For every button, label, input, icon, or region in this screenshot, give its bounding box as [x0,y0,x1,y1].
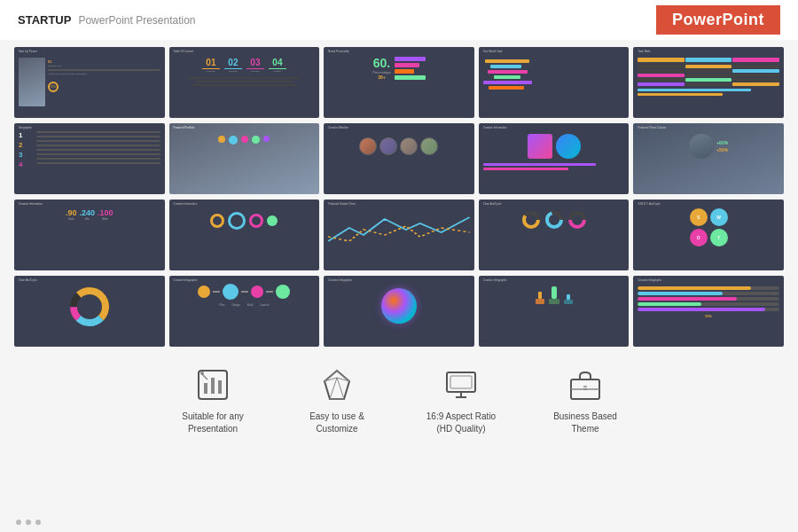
slide-2-4[interactable]: Creative Informatics [479,123,630,194]
brand-name: STARTUP [18,13,71,27]
svg-line-18 [337,378,344,399]
svg-point-14 [200,372,204,375]
svg-rect-23 [450,376,472,388]
slide-1-1[interactable]: Start Up Picture 01 Company Info Lorem i… [14,47,165,118]
diamond-icon [317,364,357,405]
slides-container: Start Up Picture 01 Company Info Lorem i… [0,40,798,352]
feature-hd: 16:9 Aspect Ratio (HD Quality) [421,364,501,435]
slide-4-4[interactable]: Creative Infographic [479,276,630,347]
donut-2 [544,210,564,230]
slide-1-4[interactable]: One Month Task [479,47,630,118]
feature-hd-label: 16:9 Aspect Ratio (HD Quality) [421,411,501,435]
slide-4-2[interactable]: Creative Infographic Plan Design Build [169,276,320,347]
feature-business: Business Based Theme [545,364,625,435]
chart-icon [192,364,233,405]
donut-3 [567,210,587,230]
slide-4-1[interactable]: Chart Arc/Cycle [14,276,165,347]
slide-3-4[interactable]: Chart Arc/Cycle [479,200,630,270]
slide-4-3[interactable]: Creative Infographic [324,276,474,347]
dots-row [16,520,41,525]
briefcase-icon [565,364,606,405]
donut-1 [521,210,541,230]
slide-1-3[interactable]: Brand Personality 60. Percentage 38+ [324,47,474,118]
slides-row-4: Chart Arc/Cycle Creative Infographic [14,276,784,347]
svg-marker-15 [325,371,349,399]
svg-marker-16 [325,371,349,381]
slide-2-2[interactable]: Featured Portfolio [169,123,320,194]
svg-rect-13 [218,380,222,394]
dot-1 [16,520,21,525]
features-bar: Suitable for any Presentation Easy to us… [0,352,798,444]
powerpoint-badge: PowerPoint [656,5,780,35]
header: STARTUP PowerPoint Presentation PowerPoi… [0,0,798,40]
feature-customize-label: Easy to use & Customize [297,411,377,435]
slides-row-3: Creative Informatics .90Data .240Info .1… [14,200,784,270]
monitor-icon [441,364,481,405]
header-left: STARTUP PowerPoint Presentation [18,13,196,27]
slide-2-3[interactable]: Creative Member [324,123,474,194]
svg-rect-11 [204,383,207,394]
main-wrapper: STARTUP PowerPoint Presentation PowerPoi… [0,0,798,532]
svg-rect-12 [211,378,215,394]
feature-customize: Easy to use & Customize [297,364,377,435]
slide-2-5[interactable]: Featured Three Column +60% +50% [633,123,784,194]
slide-3-5[interactable]: S.W.O.T. Arc/Cycle S W O T [633,200,784,270]
line-chart-svg [328,210,470,246]
svg-rect-20 [447,372,475,392]
svg-line-17 [330,378,337,399]
slide-4-5[interactable]: Creative Infographic [633,276,784,347]
arc-chart-1 [67,285,112,329]
slide-1-5[interactable]: Task Table [633,47,784,118]
dot-2 [26,520,31,525]
feature-presentation-label: Suitable for any Presentation [173,411,253,435]
header-subtitle: PowerPoint Presentation [78,14,195,27]
dot-3 [35,520,41,525]
slide-3-2[interactable]: Creative Informatics [169,200,320,270]
slide-1-2[interactable]: Table Of Content 01 Company 02 Services [169,47,320,118]
slide-2-1[interactable]: Infographic 1 2 3 4 [14,123,165,194]
slide-3-1[interactable]: Creative Informatics .90Data .240Info .1… [14,200,165,270]
slides-row-2: Infographic 1 2 3 4 [14,123,784,194]
feature-presentation: Suitable for any Presentation [173,364,253,435]
slides-row-1: Start Up Picture 01 Company Info Lorem i… [14,47,784,118]
slide-3-3[interactable]: Featured Scatter Chart [324,200,474,270]
feature-business-label: Business Based Theme [545,411,625,435]
